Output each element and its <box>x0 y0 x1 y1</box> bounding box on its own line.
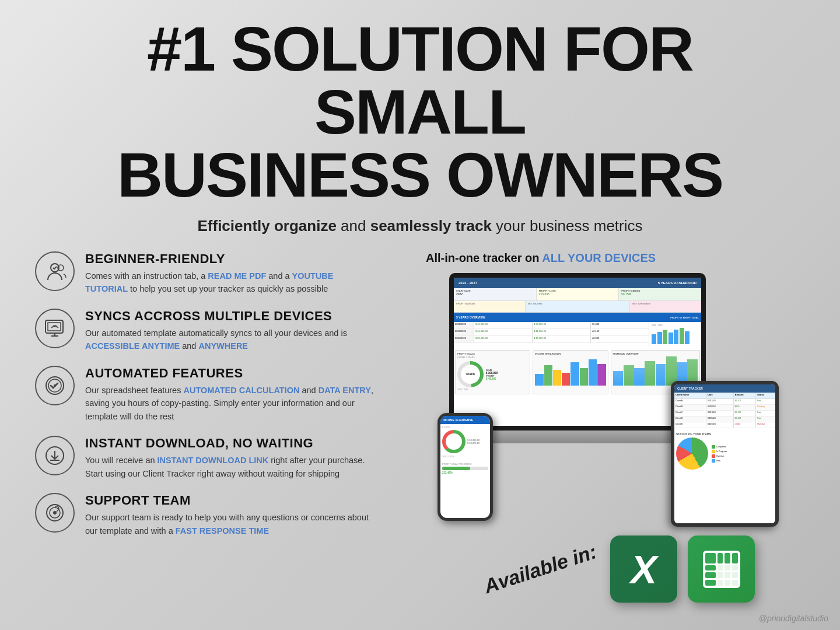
header-section: #1 SOLUTION FOR SMALL BUSINESS OWNERS Ef… <box>35 18 805 235</box>
feature-item-syncs: SYNCS ACCROSS MULTIPLE DEVICES Our autom… <box>35 309 385 353</box>
beginner-icon <box>35 251 75 291</box>
feature-text-automated: AUTOMATED FEATURES Our spreadsheet featu… <box>85 366 385 423</box>
features-list: BEGINNER-FRIENDLY Comes with an instruct… <box>35 251 385 603</box>
svg-point-14 <box>53 511 57 514</box>
feature-desc-syncs: Our automated template automatically syn… <box>85 327 385 353</box>
main-title: #1 SOLUTION FOR SMALL BUSINESS OWNERS <box>35 18 805 206</box>
excel-letter: X <box>631 550 657 589</box>
main-container: #1 SOLUTION FOR SMALL BUSINESS OWNERS Ef… <box>0 0 840 630</box>
syncs-icon <box>35 309 75 348</box>
feature-title-beginner: BEGINNER-FRIENDLY <box>85 251 385 267</box>
support-icon <box>35 493 75 533</box>
feature-text-syncs: SYNCS ACCROSS MULTIPLE DEVICES Our autom… <box>85 309 385 353</box>
tablet-screen: CLIENT TRACKER Client Name Date Amount S… <box>671 381 779 527</box>
download-icon <box>35 436 75 475</box>
feature-item-support: SUPPORT TEAM Our support team is ready t… <box>35 493 385 537</box>
right-section: All-in-one tracker on ALL YOUR DEVICES 2… <box>408 251 805 603</box>
sheets-icon <box>688 536 755 603</box>
watermark: @prioridigitalstudio <box>759 614 828 623</box>
feature-title-download: INSTANT DOWNLOAD, NO WAITING <box>85 436 385 451</box>
excel-icon: X <box>610 536 677 603</box>
feature-text-support: SUPPORT TEAM Our support team is ready t… <box>85 493 385 537</box>
feature-text-download: INSTANT DOWNLOAD, NO WAITING You will re… <box>85 436 385 480</box>
feature-title-automated: AUTOMATED FEATURES <box>85 366 385 381</box>
laptop-screen: 2022 - 2027 5 YEARS DASHBOARD START DATE… <box>449 273 706 430</box>
feature-desc-beginner: Comes with an instruction tab, a READ ME… <box>85 270 385 296</box>
content-area: BEGINNER-FRIENDLY Comes with an instruct… <box>35 251 805 603</box>
tablet-mockup: CLIENT TRACKER Client Name Date Amount S… <box>671 381 779 527</box>
svg-point-8 <box>54 384 56 387</box>
feature-item-download: INSTANT DOWNLOAD, NO WAITING You will re… <box>35 436 385 480</box>
automated-icon <box>35 366 75 405</box>
feature-desc-automated: Our spreadsheet features AUTOMATED CALCU… <box>85 384 385 423</box>
all-devices-highlight: ALL YOUR DEVICES <box>542 251 656 264</box>
feature-text-beginner: BEGINNER-FRIENDLY Comes with an instruct… <box>85 251 385 296</box>
feature-item-automated: AUTOMATED FEATURES Our spreadsheet featu… <box>35 366 385 423</box>
app-icons: X <box>610 536 755 603</box>
sheets-grid <box>703 551 740 588</box>
available-label: Available in: <box>481 540 600 598</box>
phone-screen: INCOME vs EXPENSE 61.97% $ 18,000.00 <box>438 413 493 521</box>
feature-title-syncs: SYNCS ACCROSS MULTIPLE DEVICES <box>85 309 385 324</box>
feature-desc-support: Our support team is ready to help you wi… <box>85 511 385 537</box>
subtitle: Efficiently organize and seamlessly trac… <box>35 217 805 235</box>
all-devices-label: All-in-one tracker on <box>426 251 542 264</box>
feature-title-support: SUPPORT TEAM <box>85 493 385 508</box>
available-section: Available in: X <box>459 536 755 603</box>
feature-desc-download: You will receive an INSTANT DOWNLOAD LIN… <box>85 454 385 480</box>
devices-wrapper: 2022 - 2027 5 YEARS DASHBOARD START DATE… <box>432 273 782 530</box>
feature-item-beginner: BEGINNER-FRIENDLY Comes with an instruct… <box>35 251 385 296</box>
phone-mockup: INCOME vs EXPENSE 61.97% $ 18,000.00 <box>438 413 493 521</box>
